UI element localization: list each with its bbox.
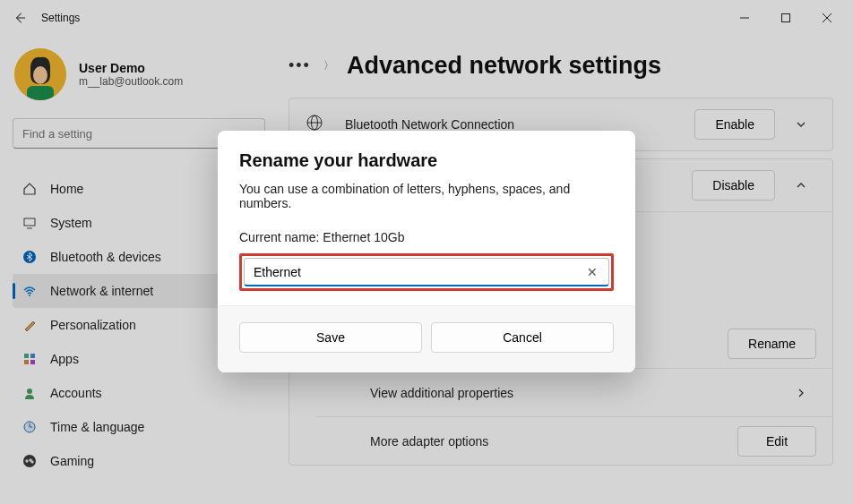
current-name-label: Current name: Ethernet 10Gb (239, 230, 614, 244)
rename-modal: Rename your hardware You can use a combi… (218, 131, 635, 372)
highlighted-input-wrap: ✕ (239, 253, 614, 291)
save-button[interactable]: Save (239, 322, 422, 353)
clear-input-icon[interactable]: ✕ (583, 265, 601, 279)
modal-description: You can use a combination of letters, hy… (239, 182, 614, 210)
cancel-button[interactable]: Cancel (431, 322, 614, 353)
modal-title: Rename your hardware (239, 150, 614, 171)
rename-input[interactable] (254, 265, 583, 279)
modal-overlay: Rename your hardware You can use a combi… (0, 0, 853, 504)
